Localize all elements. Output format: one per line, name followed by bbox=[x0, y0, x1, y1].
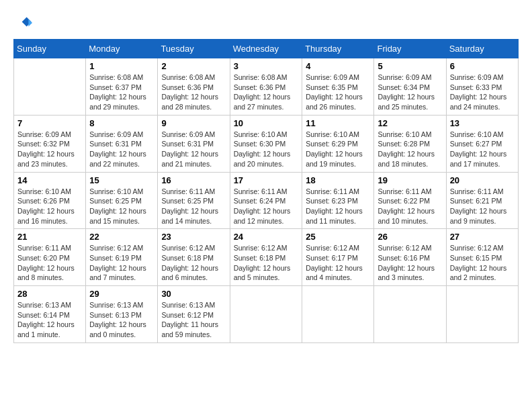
day-number: 27 bbox=[450, 232, 515, 242]
calendar-cell: 1Sunrise: 6:08 AMSunset: 6:37 PMDaylight… bbox=[86, 58, 158, 116]
calendar-cell: 13Sunrise: 6:10 AMSunset: 6:27 PMDayligh… bbox=[446, 115, 518, 172]
day-number: 21 bbox=[17, 232, 82, 242]
day-info: Sunrise: 6:11 AMSunset: 6:20 PMDaylight:… bbox=[17, 243, 82, 283]
week-row-0: 1Sunrise: 6:08 AMSunset: 6:37 PMDaylight… bbox=[14, 58, 519, 116]
week-row-3: 21Sunrise: 6:11 AMSunset: 6:20 PMDayligh… bbox=[14, 229, 519, 286]
day-number: 12 bbox=[378, 118, 442, 128]
day-info: Sunrise: 6:10 AMSunset: 6:27 PMDaylight:… bbox=[450, 130, 515, 169]
day-header-wednesday: Wednesday bbox=[230, 40, 302, 58]
day-number: 22 bbox=[89, 232, 154, 242]
calendar-cell: 9Sunrise: 6:09 AMSunset: 6:31 PMDaylight… bbox=[158, 115, 230, 172]
day-number: 7 bbox=[17, 118, 82, 128]
page-header bbox=[13, 13, 519, 32]
day-number: 13 bbox=[450, 118, 515, 128]
day-number: 25 bbox=[306, 232, 370, 242]
calendar-table: SundayMondayTuesdayWednesdayThursdayFrid… bbox=[13, 39, 519, 343]
day-header-monday: Monday bbox=[86, 40, 158, 58]
calendar-cell: 6Sunrise: 6:09 AMSunset: 6:33 PMDaylight… bbox=[446, 58, 518, 116]
day-info: Sunrise: 6:10 AMSunset: 6:25 PMDaylight:… bbox=[89, 187, 154, 226]
calendar-cell: 14Sunrise: 6:10 AMSunset: 6:26 PMDayligh… bbox=[14, 172, 86, 229]
day-info: Sunrise: 6:09 AMSunset: 6:31 PMDaylight:… bbox=[89, 130, 154, 169]
calendar-cell: 29Sunrise: 6:13 AMSunset: 6:13 PMDayligh… bbox=[86, 286, 158, 343]
calendar-cell: 12Sunrise: 6:10 AMSunset: 6:28 PMDayligh… bbox=[374, 115, 446, 172]
day-number: 2 bbox=[161, 61, 226, 71]
day-header-saturday: Saturday bbox=[446, 40, 518, 58]
calendar-cell: 27Sunrise: 6:12 AMSunset: 6:15 PMDayligh… bbox=[446, 229, 518, 286]
day-number: 24 bbox=[234, 232, 299, 242]
day-info: Sunrise: 6:11 AMSunset: 6:25 PMDaylight:… bbox=[161, 187, 226, 226]
day-number: 19 bbox=[378, 175, 442, 185]
day-number: 15 bbox=[89, 175, 154, 185]
day-info: Sunrise: 6:09 AMSunset: 6:34 PMDaylight:… bbox=[378, 73, 442, 112]
day-info: Sunrise: 6:12 AMSunset: 6:18 PMDaylight:… bbox=[234, 243, 299, 283]
day-info: Sunrise: 6:08 AMSunset: 6:36 PMDaylight:… bbox=[161, 73, 226, 112]
day-info: Sunrise: 6:09 AMSunset: 6:31 PMDaylight:… bbox=[161, 130, 226, 169]
day-number: 11 bbox=[306, 118, 370, 128]
calendar-cell: 5Sunrise: 6:09 AMSunset: 6:34 PMDaylight… bbox=[374, 58, 446, 116]
day-info: Sunrise: 6:08 AMSunset: 6:37 PMDaylight:… bbox=[89, 73, 154, 112]
header-row: SundayMondayTuesdayWednesdayThursdayFrid… bbox=[14, 40, 519, 58]
day-info: Sunrise: 6:12 AMSunset: 6:18 PMDaylight:… bbox=[161, 243, 226, 283]
day-info: Sunrise: 6:12 AMSunset: 6:17 PMDaylight:… bbox=[306, 243, 370, 283]
calendar-cell bbox=[374, 286, 446, 343]
day-info: Sunrise: 6:11 AMSunset: 6:23 PMDaylight:… bbox=[306, 187, 370, 226]
week-row-2: 14Sunrise: 6:10 AMSunset: 6:26 PMDayligh… bbox=[14, 172, 519, 229]
calendar-cell: 21Sunrise: 6:11 AMSunset: 6:20 PMDayligh… bbox=[14, 229, 86, 286]
day-info: Sunrise: 6:13 AMSunset: 6:14 PMDaylight:… bbox=[17, 300, 82, 340]
calendar-cell: 16Sunrise: 6:11 AMSunset: 6:25 PMDayligh… bbox=[158, 172, 230, 229]
day-number: 9 bbox=[161, 118, 226, 128]
day-number: 28 bbox=[17, 289, 82, 299]
day-header-tuesday: Tuesday bbox=[158, 40, 230, 58]
logo-icon bbox=[13, 13, 32, 32]
day-number: 3 bbox=[234, 61, 299, 71]
day-info: Sunrise: 6:12 AMSunset: 6:15 PMDaylight:… bbox=[450, 243, 515, 283]
day-number: 26 bbox=[378, 232, 442, 242]
day-number: 16 bbox=[161, 175, 226, 185]
day-number: 1 bbox=[89, 61, 154, 71]
calendar-cell: 7Sunrise: 6:09 AMSunset: 6:32 PMDaylight… bbox=[14, 115, 86, 172]
day-info: Sunrise: 6:10 AMSunset: 6:29 PMDaylight:… bbox=[306, 130, 370, 169]
day-info: Sunrise: 6:13 AMSunset: 6:12 PMDaylight:… bbox=[161, 300, 226, 340]
calendar-cell: 22Sunrise: 6:12 AMSunset: 6:19 PMDayligh… bbox=[86, 229, 158, 286]
day-number: 8 bbox=[89, 118, 154, 128]
day-info: Sunrise: 6:10 AMSunset: 6:26 PMDaylight:… bbox=[17, 187, 82, 226]
day-info: Sunrise: 6:12 AMSunset: 6:19 PMDaylight:… bbox=[89, 243, 154, 283]
day-number: 10 bbox=[234, 118, 299, 128]
day-info: Sunrise: 6:11 AMSunset: 6:24 PMDaylight:… bbox=[234, 187, 299, 226]
calendar-cell: 30Sunrise: 6:13 AMSunset: 6:12 PMDayligh… bbox=[158, 286, 230, 343]
day-number: 23 bbox=[161, 232, 226, 242]
calendar-cell: 4Sunrise: 6:09 AMSunset: 6:35 PMDaylight… bbox=[302, 58, 374, 116]
calendar-cell bbox=[446, 286, 518, 343]
calendar-cell: 26Sunrise: 6:12 AMSunset: 6:16 PMDayligh… bbox=[374, 229, 446, 286]
week-row-4: 28Sunrise: 6:13 AMSunset: 6:14 PMDayligh… bbox=[14, 286, 519, 343]
day-number: 5 bbox=[378, 61, 442, 71]
calendar-cell: 8Sunrise: 6:09 AMSunset: 6:31 PMDaylight… bbox=[86, 115, 158, 172]
day-info: Sunrise: 6:09 AMSunset: 6:33 PMDaylight:… bbox=[450, 73, 515, 112]
calendar-cell: 19Sunrise: 6:11 AMSunset: 6:22 PMDayligh… bbox=[374, 172, 446, 229]
day-info: Sunrise: 6:08 AMSunset: 6:36 PMDaylight:… bbox=[234, 73, 299, 112]
calendar-cell: 28Sunrise: 6:13 AMSunset: 6:14 PMDayligh… bbox=[14, 286, 86, 343]
calendar-cell: 10Sunrise: 6:10 AMSunset: 6:30 PMDayligh… bbox=[230, 115, 302, 172]
week-row-1: 7Sunrise: 6:09 AMSunset: 6:32 PMDaylight… bbox=[14, 115, 519, 172]
day-info: Sunrise: 6:09 AMSunset: 6:32 PMDaylight:… bbox=[17, 130, 82, 169]
calendar-cell: 3Sunrise: 6:08 AMSunset: 6:36 PMDaylight… bbox=[230, 58, 302, 116]
day-number: 20 bbox=[450, 175, 515, 185]
day-header-friday: Friday bbox=[374, 40, 446, 58]
calendar-cell: 18Sunrise: 6:11 AMSunset: 6:23 PMDayligh… bbox=[302, 172, 374, 229]
calendar-cell: 24Sunrise: 6:12 AMSunset: 6:18 PMDayligh… bbox=[230, 229, 302, 286]
calendar-cell: 20Sunrise: 6:11 AMSunset: 6:21 PMDayligh… bbox=[446, 172, 518, 229]
day-number: 6 bbox=[450, 61, 515, 71]
svg-marker-1 bbox=[28, 19, 32, 26]
day-header-sunday: Sunday bbox=[14, 40, 86, 58]
calendar-cell bbox=[302, 286, 374, 343]
calendar-cell: 15Sunrise: 6:10 AMSunset: 6:25 PMDayligh… bbox=[86, 172, 158, 229]
calendar-cell: 23Sunrise: 6:12 AMSunset: 6:18 PMDayligh… bbox=[158, 229, 230, 286]
day-number: 30 bbox=[161, 289, 226, 299]
calendar-cell: 2Sunrise: 6:08 AMSunset: 6:36 PMDaylight… bbox=[158, 58, 230, 116]
day-number: 18 bbox=[306, 175, 370, 185]
calendar-cell: 17Sunrise: 6:11 AMSunset: 6:24 PMDayligh… bbox=[230, 172, 302, 229]
day-number: 29 bbox=[89, 289, 154, 299]
day-header-thursday: Thursday bbox=[302, 40, 374, 58]
calendar-cell: 11Sunrise: 6:10 AMSunset: 6:29 PMDayligh… bbox=[302, 115, 374, 172]
day-info: Sunrise: 6:10 AMSunset: 6:30 PMDaylight:… bbox=[234, 130, 299, 169]
